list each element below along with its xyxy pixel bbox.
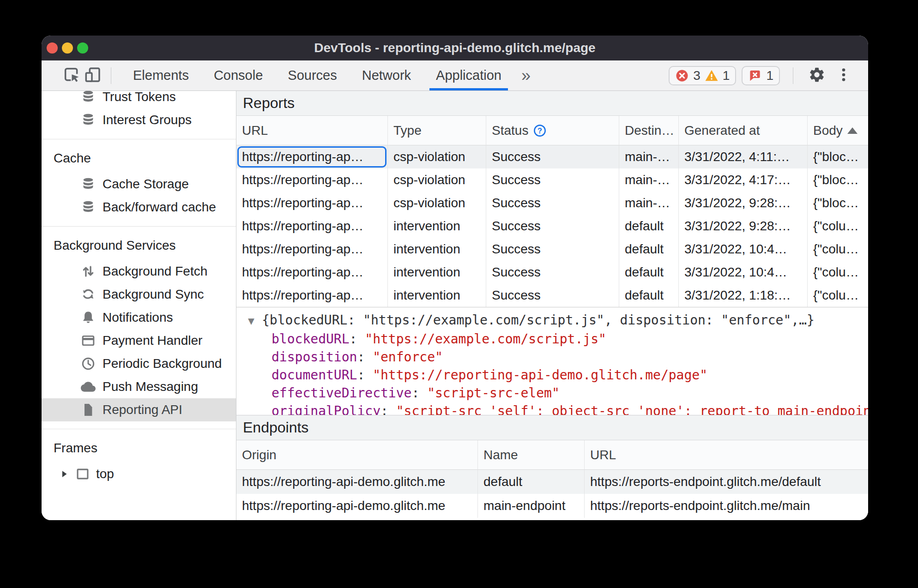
minimize-window-button[interactable]	[62, 42, 73, 54]
cell-type[interactable]: intervention	[388, 238, 486, 261]
column-header-type[interactable]: Type	[388, 116, 486, 145]
cell-url[interactable]: https://reporting-ap…	[236, 145, 388, 168]
json-expand-triangle-icon[interactable]: ▼	[248, 312, 262, 330]
clock-icon	[81, 356, 96, 371]
column-header-destin[interactable]: Destin…	[619, 116, 679, 145]
column-header-url[interactable]: URL	[236, 116, 388, 145]
cell-status[interactable]: Success	[486, 261, 619, 284]
report-row[interactable]: https://reporting-ap…interventionSuccess…	[236, 261, 868, 284]
cell-body[interactable]: {"colu…	[808, 261, 868, 284]
settings-button[interactable]	[806, 65, 827, 86]
cell-status[interactable]: Success	[486, 192, 619, 215]
cell-destination[interactable]: default	[619, 215, 679, 238]
cell-generated-at[interactable]: 3/31/2022, 10:4…	[679, 261, 808, 284]
cell-generated-at[interactable]: 3/31/2022, 9:28:…	[679, 215, 808, 238]
help-icon[interactable]: ?	[533, 124, 547, 138]
tab-elements[interactable]: Elements	[121, 60, 201, 90]
sidebar-item-top[interactable]: top	[42, 462, 236, 486]
cell-body[interactable]: {"colu…	[808, 284, 868, 307]
cell-type[interactable]: intervention	[388, 284, 486, 307]
cell-generated-at[interactable]: 3/31/2022, 1:18:…	[679, 284, 808, 307]
sidebar-item-background-fetch[interactable]: Background Fetch	[42, 260, 236, 283]
cell-type[interactable]: intervention	[388, 261, 486, 284]
cell-status[interactable]: Success	[486, 215, 619, 238]
cell-body[interactable]: {"bloc…	[808, 145, 868, 168]
inspect-element-button[interactable]	[61, 65, 82, 86]
cell-destination[interactable]: default	[619, 261, 679, 284]
json-preview-line[interactable]: ▼{blockedURL: "https://example.com/scrip…	[248, 311, 868, 330]
column-header-generated-at[interactable]: Generated at	[679, 116, 808, 145]
device-toolbar-button[interactable]	[82, 65, 103, 86]
tab-console[interactable]: Console	[201, 60, 275, 90]
sidebar-item-label: Interest Groups	[103, 113, 192, 127]
json-property-line: disposition: "enforce"	[248, 348, 868, 366]
cell-url[interactable]: https://reporting-ap…	[236, 215, 388, 238]
report-row[interactable]: https://reporting-ap…csp-violationSucces…	[236, 168, 868, 192]
column-header-name[interactable]: Name	[478, 440, 585, 470]
sidebar-item-back-forward-cache[interactable]: Back/forward cache	[42, 196, 236, 219]
console-errors-warnings-button[interactable]: 3 1	[669, 66, 736, 85]
cell-status[interactable]: Success	[486, 168, 619, 192]
cell-url[interactable]: https://reporting-ap…	[236, 192, 388, 215]
issues-button[interactable]: 1	[742, 66, 780, 85]
sidebar-item-notifications[interactable]: Notifications	[42, 306, 236, 329]
cell-type[interactable]: intervention	[388, 215, 486, 238]
column-header-status[interactable]: Status?	[486, 116, 619, 145]
tab-application[interactable]: Application	[423, 60, 514, 90]
report-row[interactable]: https://reporting-ap…interventionSuccess…	[236, 215, 868, 238]
cell-body[interactable]: {"bloc…	[808, 168, 868, 192]
cell-url[interactable]: https://reporting-ap…	[236, 261, 388, 284]
cell-origin[interactable]: https://reporting-api-demo.glitch.me	[236, 494, 478, 518]
cell-url[interactable]: https://reporting-ap…	[236, 284, 388, 307]
cell-destination[interactable]: main-…	[619, 145, 679, 168]
more-tabs-button[interactable]: »	[514, 62, 538, 90]
cell-destination[interactable]: default	[619, 238, 679, 261]
report-row[interactable]: https://reporting-ap…interventionSuccess…	[236, 238, 868, 261]
cell-status[interactable]: Success	[486, 145, 619, 168]
tab-network[interactable]: Network	[350, 60, 423, 90]
cell-type[interactable]: csp-violation	[388, 168, 486, 192]
cell-destination[interactable]: main-…	[619, 192, 679, 215]
close-window-button[interactable]	[47, 42, 58, 54]
sidebar-item-interest-groups[interactable]: Interest Groups	[42, 108, 236, 132]
sidebar-item-trust-tokens[interactable]: Trust Tokens	[42, 91, 236, 108]
sidebar-item-reporting-api[interactable]: Reporting API	[42, 398, 236, 421]
cell-url[interactable]: https://reports-endpoint.glitch.me/main	[585, 494, 868, 518]
cell-name[interactable]: main-endpoint	[478, 494, 585, 518]
cell-name[interactable]: default	[478, 470, 585, 494]
cell-body[interactable]: {"colu…	[808, 238, 868, 261]
cell-generated-at[interactable]: 3/31/2022, 4:11:…	[679, 145, 808, 168]
database-icon	[81, 177, 96, 192]
sidebar-item-background-sync[interactable]: Background Sync	[42, 283, 236, 306]
report-row[interactable]: https://reporting-ap…interventionSuccess…	[236, 284, 868, 307]
cell-status[interactable]: Success	[486, 238, 619, 261]
column-header-origin[interactable]: Origin	[236, 440, 478, 470]
cell-url[interactable]: https://reporting-ap…	[236, 168, 388, 192]
cell-origin[interactable]: https://reporting-api-demo.glitch.me	[236, 470, 478, 494]
customize-menu-button[interactable]	[833, 65, 854, 86]
sidebar-item-push-messaging[interactable]: Push Messaging	[42, 375, 236, 398]
endpoint-row[interactable]: https://reporting-api-demo.glitch.medefa…	[236, 470, 868, 494]
column-header-body[interactable]: Body	[808, 116, 868, 145]
sidebar-item-payment-handler[interactable]: Payment Handler	[42, 329, 236, 352]
cell-body[interactable]: {"bloc…	[808, 192, 868, 215]
sidebar-item-periodic-background[interactable]: Periodic Background	[42, 352, 236, 375]
cell-generated-at[interactable]: 3/31/2022, 9:28:…	[679, 192, 808, 215]
cell-generated-at[interactable]: 3/31/2022, 10:4…	[679, 238, 808, 261]
sidebar-item-cache-storage[interactable]: Cache Storage	[42, 173, 236, 196]
endpoint-row[interactable]: https://reporting-api-demo.glitch.memain…	[236, 494, 868, 518]
column-header-url[interactable]: URL	[585, 440, 868, 470]
cell-status[interactable]: Success	[486, 284, 619, 307]
cell-generated-at[interactable]: 3/31/2022, 4:17:…	[679, 168, 808, 192]
cell-type[interactable]: csp-violation	[388, 192, 486, 215]
report-row[interactable]: https://reporting-ap…csp-violationSucces…	[236, 145, 868, 168]
zoom-window-button[interactable]	[77, 42, 88, 54]
cell-url[interactable]: https://reports-endpoint.glitch.me/defau…	[585, 470, 868, 494]
report-row[interactable]: https://reporting-ap…csp-violationSucces…	[236, 192, 868, 215]
cell-body[interactable]: {"colu…	[808, 215, 868, 238]
cell-destination[interactable]: main-…	[619, 168, 679, 192]
cell-url[interactable]: https://reporting-ap…	[236, 238, 388, 261]
tab-sources[interactable]: Sources	[275, 60, 349, 90]
cell-type[interactable]: csp-violation	[388, 145, 486, 168]
cell-destination[interactable]: default	[619, 284, 679, 307]
